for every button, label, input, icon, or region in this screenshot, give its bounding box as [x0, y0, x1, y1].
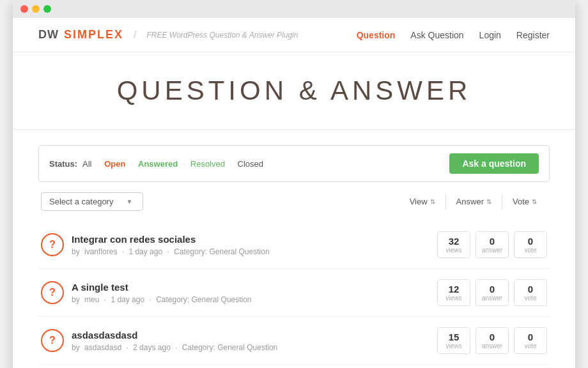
views-label: views [440, 295, 467, 302]
votes-count: 0 [517, 284, 544, 295]
question-title[interactable]: A single test [72, 282, 429, 293]
meta-sep2: · [175, 343, 180, 352]
views-stat: 32 views [437, 231, 470, 258]
by-label: by [72, 343, 80, 352]
status-filters: Status: All · Open · Answered · Resolved… [49, 159, 263, 169]
meta-sep2: · [149, 295, 153, 304]
browser-chrome [13, 0, 575, 18]
votes-stat: 0 vote [514, 279, 547, 306]
question-list: ? Integrar con redes sociales by ivanflo… [38, 221, 550, 365]
sort-vote-icon: ⇅ [532, 198, 537, 205]
sort-answer[interactable]: Answer ⇅ [446, 194, 502, 209]
nav-ask-question[interactable]: Ask Question [410, 30, 463, 40]
category-label: Category: General Question [182, 343, 277, 352]
maximize-dot[interactable] [43, 5, 51, 13]
answers-count: 0 [479, 332, 506, 342]
question-author: ivanflores [84, 247, 117, 256]
logo: DW SIMPLEX / FREE WordPress Question & A… [38, 28, 298, 42]
by-label: by [72, 295, 80, 304]
filter-all[interactable]: All [82, 159, 91, 169]
table-row: ? asdasdasdasd by asdasdasd · 2 days ago… [38, 317, 550, 365]
sort-vote[interactable]: Vote ⇅ [502, 194, 547, 209]
logo-tagline: FREE WordPress Question & Answer Plugin [146, 31, 298, 40]
question-time: 1 day ago [111, 295, 144, 304]
filter-answered[interactable]: Answered [138, 159, 178, 169]
filter-bar: Status: All · Open · Answered · Resolved… [38, 145, 550, 182]
nav-question[interactable]: Question [357, 30, 396, 40]
answers-label: answer [479, 342, 506, 349]
question-time: 1 day ago [128, 247, 162, 256]
views-label: views [440, 342, 467, 349]
answers-count: 0 [479, 284, 506, 295]
category-label: Category: General Question [174, 247, 269, 256]
answers-count: 0 [479, 236, 506, 247]
category-placeholder: Select a category [49, 197, 113, 206]
views-stat: 12 views [437, 279, 470, 306]
minimize-dot[interactable] [32, 5, 40, 13]
filter-resolved[interactable]: Resolved [190, 159, 225, 169]
answers-stat: 0 answer [476, 231, 509, 258]
sort-view-icon: ⇅ [430, 198, 435, 205]
table-row: ? A single test by meu · 1 day ago · Cat… [38, 269, 550, 317]
votes-stat: 0 vote [514, 327, 547, 354]
question-icon: ? [41, 233, 64, 256]
question-icon: ? [41, 329, 64, 352]
category-dropdown[interactable]: Select a category ▼ [41, 192, 143, 211]
sort-answer-icon: ⇅ [486, 198, 491, 205]
meta-sep2: · [167, 247, 171, 256]
votes-label: vote [517, 295, 544, 302]
meta-sep1: · [126, 343, 130, 352]
sep2: · [130, 159, 133, 169]
close-dot[interactable] [20, 5, 28, 13]
votes-label: vote [517, 247, 544, 254]
votes-stat: 0 vote [514, 231, 547, 258]
filter-open[interactable]: Open [104, 159, 125, 169]
nav-login[interactable]: Login [479, 30, 501, 40]
hero-section: QUESTION & ANSWER [13, 52, 575, 130]
logo-dw: DW [38, 28, 59, 42]
question-stats: 12 views 0 answer 0 vote [437, 279, 547, 306]
question-info: asdasdasdasd by asdasdasd · 2 days ago ·… [72, 330, 429, 352]
question-title[interactable]: Integrar con redes sociales [72, 234, 429, 245]
votes-count: 0 [517, 236, 544, 247]
meta-sep1: · [122, 247, 127, 256]
votes-count: 0 [517, 332, 544, 342]
site-header: DW SIMPLEX / FREE WordPress Question & A… [13, 18, 575, 52]
table-row: ? Integrar con redes sociales by ivanflo… [38, 221, 550, 269]
question-info: A single test by meu · 1 day ago · Categ… [72, 282, 429, 304]
question-author: meu [84, 295, 99, 304]
answers-stat: 0 answer [476, 279, 509, 306]
question-meta: by ivanflores · 1 day ago · Category: Ge… [72, 247, 429, 256]
ask-question-button[interactable]: Ask a question [449, 153, 539, 174]
chevron-down-icon: ▼ [126, 198, 132, 205]
answers-label: answer [479, 295, 506, 302]
question-author: asdasdasd [84, 343, 121, 352]
question-stats: 32 views 0 answer 0 vote [437, 231, 547, 258]
views-count: 32 [440, 236, 467, 247]
logo-simplex: SIMPLEX [64, 28, 123, 42]
question-meta: by meu · 1 day ago · Category: General Q… [72, 295, 429, 304]
sep3: · [183, 159, 185, 169]
page: DW SIMPLEX / FREE WordPress Question & A… [13, 18, 575, 368]
nav-register[interactable]: Register [516, 30, 550, 40]
sep1: · [97, 159, 100, 169]
sep4: · [230, 159, 233, 169]
views-stat: 15 views [437, 327, 470, 354]
by-label: by [72, 247, 80, 256]
votes-label: vote [517, 342, 544, 349]
site-nav: Question Ask Question Login Register [357, 30, 550, 40]
answers-label: answer [479, 247, 506, 254]
question-info: Integrar con redes sociales by ivanflore… [72, 234, 429, 256]
main-content: Status: All · Open · Answered · Resolved… [13, 130, 575, 368]
category-label: Category: General Question [156, 295, 251, 304]
sort-view[interactable]: View ⇅ [399, 194, 446, 209]
question-title[interactable]: asdasdasdasd [72, 330, 429, 341]
filter-closed[interactable]: Closed [238, 159, 263, 169]
meta-sep1: · [104, 295, 109, 304]
question-time: 2 days ago [133, 343, 171, 352]
question-meta: by asdasdasd · 2 days ago · Category: Ge… [72, 343, 429, 352]
hero-title: QUESTION & ANSWER [38, 75, 550, 106]
question-stats: 15 views 0 answer 0 vote [437, 327, 547, 354]
tools-row: Select a category ▼ View ⇅ Answer ⇅ Vote… [38, 192, 550, 211]
question-icon: ? [41, 281, 64, 304]
